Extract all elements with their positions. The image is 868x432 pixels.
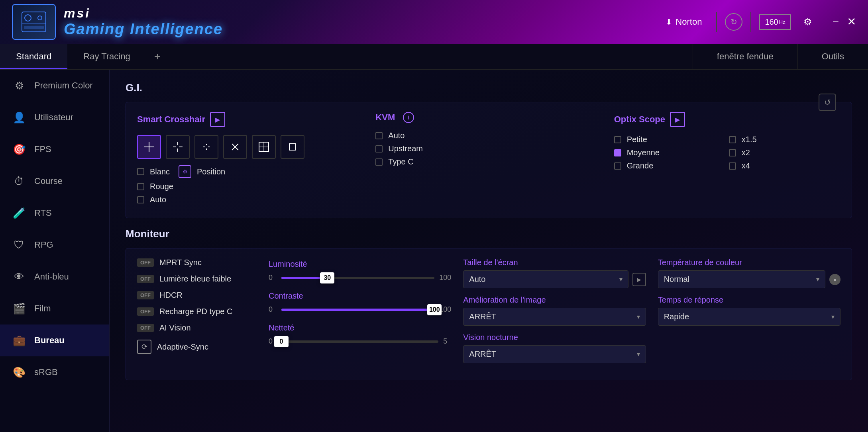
anti-bleu-icon: 👁: [12, 270, 26, 284]
kvm-upstream-label: Upstream: [388, 144, 423, 153]
main-layout: ⚙ Premium Color 👤 Utilisateur 🎯 FPS ⏱ Co…: [0, 70, 868, 432]
optix-moyenne-row: Moyenne: [614, 148, 726, 157]
optix-scope-play-btn[interactable]: ▶: [670, 112, 685, 127]
crosshair-option-6[interactable]: [281, 135, 304, 159]
crosshair-option-3[interactable]: [194, 135, 218, 159]
tab-fenetre-fendue[interactable]: fenêtre fendue: [693, 44, 797, 69]
tab-standard[interactable]: Standard: [0, 44, 67, 69]
optix-grande-row: Grande: [614, 161, 726, 170]
fps-icon: 🎯: [12, 142, 26, 156]
taille-ecran-arrow: ▾: [619, 276, 623, 283]
crosshair-option-1[interactable]: [137, 135, 161, 159]
temperature-select[interactable]: Normal ▾: [658, 270, 825, 288]
sidebar-item-srgb[interactable]: 🎨 sRGB: [0, 356, 109, 388]
gi-columns: Smart Crosshair ▶: [137, 112, 841, 208]
sidebar-item-fps[interactable]: 🎯 FPS: [0, 133, 109, 165]
sidebar-label-fps: FPS: [34, 144, 51, 154]
course-icon: ⏱: [12, 174, 26, 188]
monitor-toggles-col: OFF MPRT Sync OFF Lumière bleue faible O…: [137, 258, 257, 370]
luminosite-slider[interactable]: 30: [281, 277, 434, 279]
color-auto-checkbox[interactable]: [137, 196, 144, 203]
recharge-toggle-row: OFF Recharge PD type C: [137, 307, 257, 316]
taille-ecran-play-btn[interactable]: ▶: [632, 273, 646, 286]
reset-icon: ↺: [824, 98, 831, 107]
contraste-label: Contraste: [269, 291, 451, 301]
optix-x4-label: x4: [742, 161, 750, 170]
close-button[interactable]: ✕: [847, 16, 856, 27]
kvm-upstream-checkbox[interactable]: [375, 145, 383, 152]
gaming-intelligence-label: Gaming Intelligence: [64, 21, 223, 38]
sidebar-item-rpg[interactable]: 🛡 RPG: [0, 229, 109, 261]
amelioration-select[interactable]: ARRÊT ▾: [463, 308, 646, 326]
sidebar-item-anti-bleu[interactable]: 👁 Anti-bleu: [0, 261, 109, 293]
optix-x2-label: x2: [742, 148, 750, 157]
crosshair-option-5[interactable]: [252, 135, 276, 159]
tab-outils[interactable]: Outils: [797, 44, 868, 69]
lumiere-toggle[interactable]: OFF: [137, 275, 154, 283]
smart-crosshair-play-btn[interactable]: ▶: [210, 112, 225, 127]
sidebar-label-film: Film: [34, 303, 51, 314]
nettete-thumb[interactable]: 0: [274, 336, 289, 347]
optix-grande-checkbox[interactable]: [614, 162, 621, 170]
sidebar-item-film[interactable]: 🎬 Film: [0, 293, 109, 324]
luminosite-max: 100: [439, 274, 451, 282]
temps-reponse-select[interactable]: Rapide ▾: [658, 308, 841, 326]
norton-label: Norton: [676, 17, 702, 27]
sidebar-item-course[interactable]: ⏱ Course: [0, 165, 109, 197]
reset-button[interactable]: ↺: [819, 94, 836, 111]
color-rouge-checkbox[interactable]: [137, 183, 144, 190]
sidebar-item-premium-color[interactable]: ⚙ Premium Color: [0, 70, 109, 102]
color-settings-col: Température de couleur Normal ▾ ● Temps …: [658, 258, 841, 370]
optix-x4-checkbox[interactable]: [729, 162, 736, 170]
recharge-toggle[interactable]: OFF: [137, 307, 154, 316]
contraste-thumb[interactable]: 100: [427, 304, 442, 315]
tab-ray-tracing[interactable]: Ray Tracing: [67, 44, 146, 69]
optix-x15-label: x1.5: [742, 135, 757, 144]
color-blanc-row: Blanc ⚙ Position: [137, 165, 363, 178]
contraste-slider[interactable]: 100: [281, 309, 434, 311]
optix-x2-checkbox[interactable]: [729, 149, 736, 156]
luminosite-min: 0: [269, 274, 277, 282]
settings-button[interactable]: ⚙: [799, 13, 817, 31]
sidebar-item-rts[interactable]: 🧪 RTS: [0, 197, 109, 229]
refresh-button[interactable]: ↻: [725, 13, 742, 31]
kvm-info-icon[interactable]: i: [403, 112, 414, 123]
sidebar-item-bureau[interactable]: 💼 Bureau: [0, 324, 109, 356]
temperature-row: Température de couleur Normal ▾ ●: [658, 258, 841, 288]
ai-vision-toggle[interactable]: OFF: [137, 324, 154, 332]
optix-x15-checkbox[interactable]: [729, 136, 736, 143]
kvm-typec-row: Type C: [375, 157, 602, 166]
vision-nocturne-select[interactable]: ARRÊT ▾: [463, 345, 646, 363]
divider-2: [750, 12, 751, 32]
luminosite-thumb[interactable]: 30: [320, 272, 334, 283]
rpg-icon: 🛡: [12, 238, 26, 252]
kvm-typec-checkbox[interactable]: [375, 158, 383, 166]
optix-moyenne-checkbox[interactable]: [614, 149, 621, 156]
crosshair-option-4[interactable]: [223, 135, 247, 159]
tab-add-button[interactable]: +: [146, 44, 169, 69]
temperature-play-btn[interactable]: ●: [829, 274, 841, 285]
hdcr-toggle[interactable]: OFF: [137, 291, 154, 299]
norton-button[interactable]: ⬇ Norton: [659, 14, 708, 30]
minimize-button[interactable]: −: [833, 16, 839, 27]
optix-petite-label: Petite: [627, 135, 647, 144]
mprt-toggle[interactable]: OFF: [137, 258, 154, 267]
optix-petite-checkbox[interactable]: [614, 136, 621, 143]
color-blanc-checkbox[interactable]: [137, 168, 144, 175]
sidebar-label-premium-color: Premium Color: [34, 80, 93, 91]
contraste-min: 0: [269, 305, 277, 314]
amelioration-row: Amélioration de l'image ARRÊT ▾: [463, 295, 646, 326]
ai-vision-label: AI Vision: [159, 323, 191, 332]
sidebar-item-utilisateur[interactable]: 👤 Utilisateur: [0, 102, 109, 133]
hz-unit: Hz: [779, 19, 786, 25]
sidebar-label-course: Course: [34, 176, 63, 186]
mprt-label: MPRT Sync: [159, 258, 202, 267]
adaptive-sync-icon: ⟳: [137, 340, 151, 354]
monitor-section-title: Moniteur: [126, 228, 852, 240]
crosshair-option-2[interactable]: [166, 135, 190, 159]
kvm-upstream-row: Upstream: [375, 144, 602, 153]
taille-ecran-select[interactable]: Auto ▾: [463, 270, 628, 288]
kvm-auto-checkbox[interactable]: [375, 132, 383, 139]
nettete-slider[interactable]: 0: [281, 340, 438, 343]
position-settings-btn[interactable]: ⚙: [179, 165, 191, 178]
